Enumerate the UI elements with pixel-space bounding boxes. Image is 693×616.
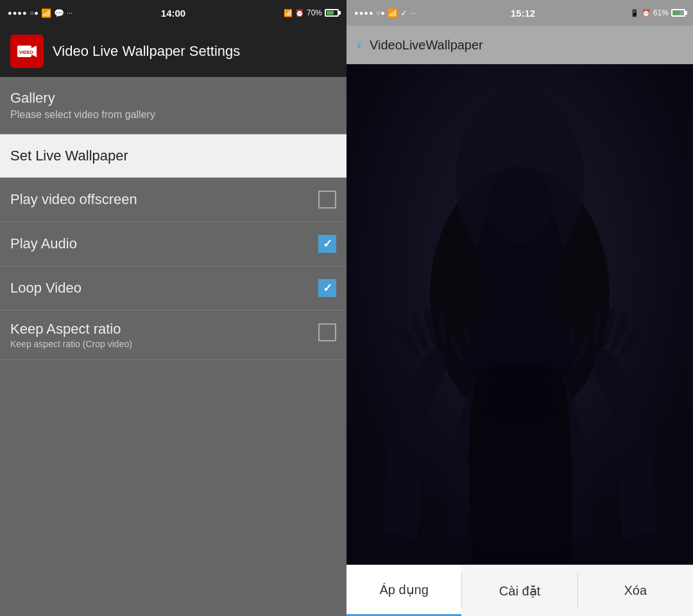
status-time-right: 15:12	[511, 8, 535, 19]
status-bar-right: ●●●● ○● 📶 ✓ ··· 15:12 📱 ⏰ 61%	[346, 0, 693, 26]
status-right-right-icons: 📱 ⏰ 61%	[630, 8, 685, 17]
play-offscreen-title: Play video offscreen	[10, 191, 137, 208]
more-icons-left: ···	[67, 9, 73, 17]
sim-icon-left: 📶	[284, 9, 293, 17]
loop-video-checkbox[interactable]	[318, 279, 336, 297]
app-title: Video Live Wallpaper Settings	[53, 43, 240, 60]
battery-percent-right: 61%	[653, 8, 669, 17]
battery-fill-left	[327, 11, 334, 15]
right-header-title: VideoLiveWallpaper	[370, 38, 483, 53]
play-offscreen-checkbox[interactable]	[318, 191, 336, 209]
app-header: VIDEO Video Live Wallpaper Settings	[0, 26, 346, 77]
play-audio-checkbox[interactable]	[318, 235, 336, 253]
settings-list: Gallery Please select video from gallery…	[0, 77, 346, 616]
status-left-icons: ●●●● ○● 📶 💬 ···	[8, 8, 73, 18]
apply-label: Áp dụng	[379, 582, 428, 597]
status-right-icons-left: 📶 ⏰ 70%	[284, 8, 339, 17]
settings-item-loop-video[interactable]: Loop Video	[0, 266, 346, 311]
delete-button[interactable]: Xóa	[578, 565, 693, 616]
battery-fill-right	[673, 11, 680, 15]
status-time-left: 14:00	[161, 8, 185, 19]
battery-icon-right	[671, 9, 685, 17]
alarm-icon-right: ⏰	[642, 9, 651, 17]
sim-icon-right: 📱	[630, 9, 639, 17]
left-panel: ●●●● ○● 📶 💬 ··· 14:00 📶 ⏰ 70% VIDEO Vide	[0, 0, 346, 616]
delete-label: Xóa	[624, 583, 647, 598]
settings-label: Cài đặt	[499, 583, 540, 599]
settings-item-set-wallpaper[interactable]: Set Live Wallpaper	[0, 134, 346, 178]
wifi-right: 📶	[388, 8, 398, 18]
signal-dots: ●●●●	[8, 9, 28, 17]
carrier-left: ○●	[30, 9, 38, 17]
alarm-icon-left: ⏰	[295, 9, 304, 17]
svg-text:VIDEO: VIDEO	[19, 50, 33, 55]
carrier-right: ○●	[377, 9, 385, 17]
keep-aspect-title: Keep Aspect ratio	[10, 321, 132, 338]
messenger-icon: 💬	[54, 8, 64, 18]
keep-aspect-subtitle: Keep aspect ratio (Crop video)	[10, 339, 132, 349]
back-button[interactable]: ‹	[357, 36, 362, 54]
gallery-subtitle: Please select video from gallery	[10, 109, 155, 121]
app-icon-svg: VIDEO	[15, 39, 39, 64]
more-icons-right: ···	[410, 9, 416, 17]
keep-aspect-checkbox[interactable]	[318, 323, 336, 341]
checkmark-icon: ✓	[400, 8, 407, 18]
status-right-left-icons: ●●●● ○● 📶 ✓ ···	[354, 8, 416, 18]
silhouette-svg	[346, 64, 693, 565]
set-wallpaper-title: Set Live Wallpaper	[10, 148, 128, 164]
gallery-title: Gallery	[10, 90, 55, 107]
right-header: ‹ VideoLiveWallpaper	[346, 26, 693, 64]
play-audio-title: Play Audio	[10, 235, 77, 252]
wallpaper-preview	[346, 64, 693, 565]
battery-icon-left	[325, 9, 339, 17]
battery-percent-left: 70%	[307, 8, 322, 17]
keep-aspect-left: Keep Aspect ratio Keep aspect ratio (Cro…	[10, 321, 132, 349]
signal-dots-right: ●●●●	[354, 9, 374, 17]
settings-item-play-audio[interactable]: Play Audio	[0, 222, 346, 266]
wifi-left: 📶	[41, 8, 51, 18]
settings-item-keep-aspect[interactable]: Keep Aspect ratio Keep aspect ratio (Cro…	[0, 311, 346, 360]
silhouette-bg	[346, 64, 693, 565]
settings-item-play-offscreen[interactable]: Play video offscreen	[0, 178, 346, 222]
app-icon: VIDEO	[10, 35, 44, 68]
svg-rect-9	[346, 64, 693, 565]
status-bar-left: ●●●● ○● 📶 💬 ··· 14:00 📶 ⏰ 70%	[0, 0, 346, 26]
loop-video-title: Loop Video	[10, 280, 81, 296]
apply-button[interactable]: Áp dụng	[346, 565, 461, 616]
settings-button[interactable]: Cài đặt	[462, 565, 577, 616]
settings-item-gallery[interactable]: Gallery Please select video from gallery	[0, 77, 346, 134]
right-footer: Áp dụng Cài đặt Xóa	[346, 565, 693, 616]
right-panel: ●●●● ○● 📶 ✓ ··· 15:12 📱 ⏰ 61% ‹ VideoLiv…	[346, 0, 693, 616]
